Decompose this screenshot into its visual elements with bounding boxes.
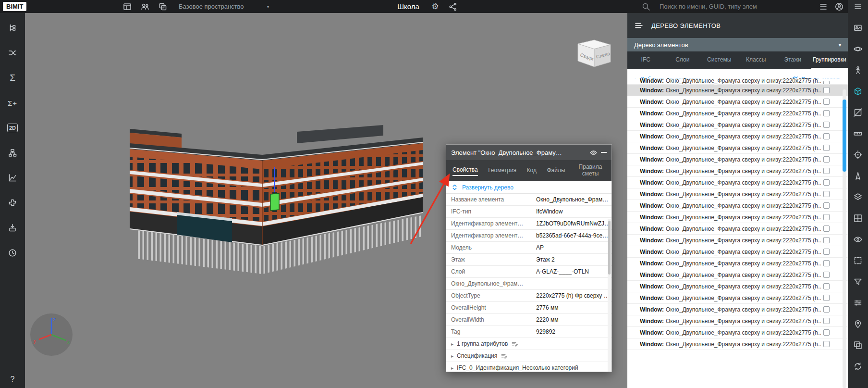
row-checkbox[interactable] xyxy=(823,306,830,313)
row-checkbox[interactable] xyxy=(823,283,830,289)
sum-icon[interactable] xyxy=(2,69,23,87)
search-bar[interactable] xyxy=(641,0,805,13)
workspace-select[interactable]: Базовое пространство ▾ xyxy=(176,0,272,13)
spaces-icon[interactable] xyxy=(157,1,169,12)
sync-icon[interactable] xyxy=(852,362,864,371)
graph-icon[interactable] xyxy=(2,169,23,187)
tree-scrollbar-thumb[interactable] xyxy=(843,100,846,172)
export-model-icon[interactable] xyxy=(2,219,23,237)
help-button[interactable]: ? xyxy=(8,375,18,384)
list-icon[interactable] xyxy=(818,1,829,12)
edit-list-icon[interactable] xyxy=(511,340,518,348)
row-checkbox[interactable] xyxy=(823,214,830,220)
orbit-icon[interactable] xyxy=(852,44,864,54)
measure-icon[interactable] xyxy=(852,129,864,138)
walkthrough-icon[interactable] xyxy=(852,65,864,75)
row-checkbox[interactable] xyxy=(823,249,830,255)
row-checkbox[interactable] xyxy=(823,99,830,105)
tree-row[interactable]: Window: Окно_Двупольное_Фрамуга сверху и… xyxy=(627,269,848,281)
pin-icon[interactable] xyxy=(852,319,864,329)
grid-icon[interactable] xyxy=(852,213,864,223)
box-select-icon[interactable] xyxy=(852,256,864,265)
tree-tab[interactable]: IFC xyxy=(627,51,664,69)
properties-tab[interactable]: Геометрия xyxy=(488,166,516,175)
properties-tab[interactable]: Файлы xyxy=(547,166,565,175)
row-checkbox[interactable] xyxy=(823,329,830,336)
attribute-group-row[interactable]: ▸ Спецификация xyxy=(446,350,611,362)
tree-row[interactable]: Window: Окно_Двупольное_Фрамуга сверху и… xyxy=(627,78,848,85)
attribute-group-row[interactable]: ▸ IFC_0_Идентификация_Несколько категори… xyxy=(446,362,611,372)
scheme-icon[interactable] xyxy=(2,144,23,162)
selected-window[interactable] xyxy=(270,193,279,211)
tree-row[interactable]: Window: Окно_Двупольное_Фрамуга сверху и… xyxy=(627,315,848,327)
menu-icon[interactable] xyxy=(852,2,864,12)
tree-row[interactable]: Window: Окно_Двупольное_Фрамуга сверху и… xyxy=(627,165,848,177)
visibility-icon[interactable] xyxy=(852,235,864,244)
history-icon[interactable] xyxy=(2,244,23,262)
tree-row[interactable]: Window: Окно_Двупольное_Фрамуга сверху и… xyxy=(627,177,848,188)
connections-icon[interactable] xyxy=(2,44,23,62)
row-checkbox[interactable] xyxy=(823,202,830,209)
tree-row[interactable]: Window: Окно_Двупольное_Фрамуга сверху и… xyxy=(627,119,848,131)
compare-icon[interactable] xyxy=(852,340,864,350)
tree-tab[interactable]: Классы xyxy=(738,51,775,69)
row-checkbox[interactable] xyxy=(823,156,830,163)
properties-tab[interactable]: Правила сметы xyxy=(575,163,605,179)
edit-list-icon[interactable] xyxy=(501,352,508,360)
row-checkbox[interactable] xyxy=(823,122,830,128)
properties-scrollbar[interactable] xyxy=(608,219,611,372)
row-checkbox[interactable] xyxy=(823,87,830,93)
properties-tab[interactable]: Код xyxy=(527,166,537,175)
target-icon[interactable] xyxy=(852,150,864,160)
tree-row[interactable]: Window: Окно_Двупольное_Фрамуга сверху и… xyxy=(627,281,848,292)
tree-row[interactable]: Window: Окно_Двупольное_Фрамуга сверху и… xyxy=(627,338,848,350)
tree-scrollbar[interactable] xyxy=(843,89,846,388)
share-icon[interactable] xyxy=(447,1,459,12)
tree-tab[interactable]: Слои xyxy=(664,51,701,69)
layers-icon[interactable] xyxy=(852,192,864,202)
tree-row[interactable]: Window: Окно_Двупольное_Фрамуга сверху и… xyxy=(627,96,848,108)
row-checkbox[interactable] xyxy=(823,341,830,347)
screenshot-icon[interactable] xyxy=(852,23,864,33)
tree-row[interactable]: Window: Окно_Двупольное_Фрамуга сверху и… xyxy=(627,85,848,96)
row-checkbox[interactable] xyxy=(823,145,830,151)
drawings-2d-icon[interactable] xyxy=(2,119,23,137)
attribute-group-row[interactable]: ▸ 1 группа атрибутов xyxy=(446,338,611,350)
sum-plus-icon[interactable] xyxy=(2,94,23,112)
tree-row[interactable]: Window: Окно_Двупольное_Фрамуга сверху и… xyxy=(627,131,848,142)
tree-tab[interactable]: Системы xyxy=(701,51,738,69)
row-checkbox[interactable] xyxy=(823,179,830,186)
row-checkbox[interactable] xyxy=(823,81,830,85)
navigation-icon[interactable] xyxy=(852,171,864,181)
tree-mode-select[interactable]: Дерево элементов ▾ xyxy=(627,38,848,51)
tree-row[interactable]: Window: Окно_Двупольное_Фрамуга сверху и… xyxy=(627,188,848,200)
row-checkbox[interactable] xyxy=(823,191,830,197)
properties-tab[interactable]: Свойства xyxy=(452,165,478,176)
view-cube[interactable]: Сзади Слева xyxy=(569,36,615,72)
tree-tab[interactable]: Этажи xyxy=(774,51,811,69)
row-checkbox[interactable] xyxy=(823,272,830,278)
cube-mode-icon[interactable] xyxy=(852,87,864,96)
model-tree-icon[interactable] xyxy=(2,19,23,37)
search-input[interactable] xyxy=(659,2,805,11)
section-plane-icon[interactable] xyxy=(852,108,864,117)
tree-row[interactable]: Window: Окно_Двупольное_Фрамуга сверху и… xyxy=(627,223,848,235)
row-checkbox[interactable] xyxy=(823,133,830,139)
row-checkbox[interactable] xyxy=(823,110,830,116)
filter-icon[interactable] xyxy=(852,277,864,287)
tree-row[interactable]: Window: Окно_Двупольное_Фрамуга сверху и… xyxy=(627,200,848,212)
tree-row[interactable]: Window: Окно_Двупольное_Фрамуга сверху и… xyxy=(627,246,848,258)
axis-gizmo[interactable]: z x y xyxy=(27,311,75,359)
tree-row[interactable]: Window: Окно_Двупольное_Фрамуга сверху и… xyxy=(627,235,848,246)
board-icon[interactable] xyxy=(122,1,133,12)
tree-row[interactable]: Window: Окно_Двупольное_Фрамуга сверху и… xyxy=(627,304,848,315)
app-logo[interactable]: BiMiT xyxy=(3,2,26,11)
tree-row[interactable]: Window: Окно_Двупольное_Фрамуга сверху и… xyxy=(627,154,848,165)
plugins-icon[interactable] xyxy=(2,194,23,212)
tree-row[interactable]: Window: Окно_Двупольное_Фрамуга сверху и… xyxy=(627,292,848,304)
minimize-button[interactable] xyxy=(601,152,607,153)
row-checkbox[interactable] xyxy=(823,318,830,324)
building-model[interactable] xyxy=(124,121,424,280)
row-checkbox[interactable] xyxy=(823,237,830,243)
row-checkbox[interactable] xyxy=(823,168,830,174)
